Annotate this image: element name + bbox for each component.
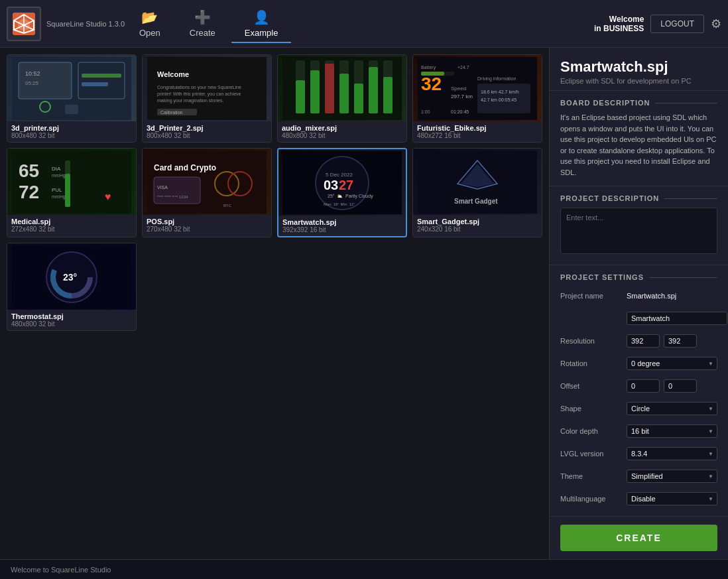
- svg-rect-36: [383, 77, 393, 113]
- project-description-title: PROJECT DESCRIPTION: [560, 194, 717, 202]
- project-name: Medical.spj: [11, 218, 132, 225]
- project-size: 240x320 16 bit: [417, 225, 538, 233]
- project-name: Smart_Gadget.spj: [417, 218, 538, 225]
- svg-text:Congratulations on your new Sq: Congratulations on your new SquareLine: [157, 85, 241, 90]
- project-size: 392x392 16 bit: [282, 226, 402, 233]
- project-settings-title: PROJECT SETTINGS: [560, 273, 717, 281]
- svg-text:Driving information: Driving information: [477, 76, 516, 82]
- setting-row-folder: 📁: [560, 309, 717, 328]
- open-button[interactable]: 📂 Open: [126, 5, 174, 42]
- resolution-label: Resolution: [560, 337, 627, 345]
- folder-input-row: 📁: [627, 310, 728, 326]
- offset-x-input[interactable]: [627, 379, 660, 393]
- color-depth-select[interactable]: 8 bit 16 bit 32 bit: [627, 424, 717, 438]
- color-depth-dropdown-wrapper: 8 bit 16 bit 32 bit: [627, 424, 717, 438]
- footer-text: Welcome to SquareLine Studio: [11, 566, 111, 574]
- project-size: 800x480 32 bit: [11, 132, 132, 139]
- project-card[interactable]: Welcome Congratulations on your new Squa…: [142, 54, 272, 143]
- setting-row-offset: Offset: [560, 377, 717, 395]
- project-thumbnail: Welcome Congratulations on your new Squa…: [143, 55, 271, 121]
- project-info: 3d_printer.spj 800x480 32 bit: [7, 121, 136, 142]
- create-icon: ➕: [194, 9, 211, 25]
- resolution-h-input[interactable]: [664, 334, 697, 348]
- shape-select[interactable]: Circle Rectangle: [627, 402, 717, 415]
- svg-text:Battery: Battery: [421, 65, 436, 70]
- lvgl-version-label: LVGL version: [560, 450, 627, 458]
- svg-text:making your imagination storie: making your imagination stories.: [157, 98, 223, 103]
- svg-rect-28: [325, 64, 334, 113]
- project-thumbnail: Battery +24.7 32 Speed 297.7 km Driving …: [413, 55, 542, 121]
- offset-y-input[interactable]: [664, 379, 697, 393]
- offset-label: Offset: [560, 382, 627, 390]
- project-name: audio_mixer.spj: [282, 124, 402, 132]
- project-card[interactable]: 65 DIA mmHg 72 PUL mmHg ♥ Medical.spj 27…: [7, 148, 137, 237]
- right-panel-title: Smartwatch.spj: [560, 58, 717, 76]
- project-card[interactable]: Battery +24.7 32 Speed 297.7 km Driving …: [412, 54, 542, 143]
- svg-text:25°: 25°: [328, 194, 335, 198]
- theme-select[interactable]: Simplified Default None: [627, 470, 717, 483]
- project-card[interactable]: audio_mixer.spj 480x800 32 bit: [277, 54, 407, 143]
- example-label: Example: [245, 28, 278, 38]
- settings-button[interactable]: ⚙: [711, 17, 721, 31]
- example-button[interactable]: 👤 Example: [231, 5, 292, 42]
- rotation-dropdown-wrapper: 0 degree 90 degree 180 degree 270 degree: [627, 357, 717, 370]
- project-thumbnail: 5 Dec 2022 03 27 25° ⛅ Partly Cloudy Max…: [278, 149, 406, 216]
- project-card[interactable]: Card and Crypto VISA **** **** **** 1234…: [142, 148, 272, 237]
- svg-text:27: 27: [339, 178, 353, 192]
- project-name-label: Project name: [560, 292, 627, 300]
- create-button[interactable]: ➕ Create: [176, 5, 229, 42]
- project-info: Futuristic_Ebike.spj 480x272 16 bit: [413, 121, 542, 142]
- svg-text:mmHg: mmHg: [52, 173, 66, 178]
- svg-rect-11: [82, 74, 121, 78]
- project-name-value: Smartwatch.spj: [627, 292, 717, 300]
- app-version: SquareLine Studio 1.3.0: [46, 20, 125, 28]
- project-description-input[interactable]: [560, 208, 717, 254]
- project-size: 480x800 32 bit: [11, 320, 132, 328]
- lvgl-version-select[interactable]: 8.3.4 8.3.3 8.3.2: [627, 447, 717, 460]
- rotation-label: Rotation: [560, 359, 627, 367]
- multilanguage-select[interactable]: Disable Enable: [627, 492, 717, 505]
- svg-text:10:52: 10:52: [25, 70, 40, 77]
- project-size: 270x480 32 bit: [147, 225, 267, 233]
- rotation-select[interactable]: 0 degree 90 degree 180 degree 270 degree: [627, 357, 717, 370]
- folder-input[interactable]: [627, 312, 727, 325]
- svg-rect-32: [354, 84, 363, 113]
- project-card[interactable]: Smart Gadget Smart_Gadget.spj 240x320 16…: [412, 148, 542, 237]
- project-info: Smartwatch.spj 392x392 16 bit: [278, 216, 406, 236]
- project-card-smartwatch[interactable]: 5 Dec 2022 03 27 25° ⛅ Partly Cloudy Max…: [277, 148, 407, 237]
- setting-row-shape: Shape Circle Rectangle: [560, 399, 717, 418]
- setting-row-theme: Theme Simplified Default None: [560, 467, 717, 485]
- footer: Welcome to SquareLine Studio: [0, 559, 728, 579]
- welcome-text: Welcome in BUSINESS: [594, 15, 644, 33]
- svg-text:65: 65: [19, 161, 39, 181]
- project-info: Thermostat.spj 480x800 32 bit: [7, 310, 136, 330]
- svg-rect-59: [65, 174, 70, 207]
- settings-grid: Project name Smartwatch.spj 📁 Resolution: [560, 287, 717, 508]
- right-panel-header: Smartwatch.spj Eclipse with SDL for deve…: [550, 48, 728, 91]
- nav-buttons: 📂 Open ➕ Create 👤 Example: [126, 5, 594, 42]
- setting-row-color-depth: Color depth 8 bit 16 bit 32 bit: [560, 422, 717, 440]
- svg-text:5 Dec 2022: 5 Dec 2022: [326, 172, 353, 178]
- project-thumbnail: Smart Gadget: [413, 149, 542, 215]
- welcome-business: in BUSINESS: [594, 24, 644, 33]
- svg-text:**** **** **** 1234: **** **** **** 1234: [157, 195, 188, 199]
- svg-text:Calibration: Calibration: [160, 110, 183, 115]
- project-name: Smartwatch.spj: [282, 218, 402, 226]
- svg-text:mmHg: mmHg: [52, 194, 66, 200]
- welcome-prefix: Welcome: [594, 15, 644, 24]
- theme-label: Theme: [560, 472, 627, 480]
- create-project-button[interactable]: CREATE: [560, 525, 717, 551]
- project-info: Smart_Gadget.spj 240x320 16 bit: [413, 215, 542, 235]
- shape-label: Shape: [560, 405, 627, 413]
- svg-text:Speed: Speed: [451, 86, 466, 92]
- logout-button[interactable]: LOGOUT: [650, 15, 704, 33]
- project-size: 800x480 32 bit: [147, 132, 267, 139]
- project-name: POS.spj: [147, 218, 267, 225]
- project-card[interactable]: 23° Thermostat.spj 480x800 32 bit: [7, 243, 137, 331]
- svg-text:23°: 23°: [63, 272, 77, 283]
- right-panel-subtitle: Eclipse with SDL for development on PC: [560, 77, 717, 85]
- board-description-text: It's an Eclipse based project using SDL …: [560, 112, 717, 178]
- project-info: audio_mixer.spj 480x800 32 bit: [278, 121, 406, 142]
- project-card[interactable]: 10:52 05:25 3d_printer.spj 800x480 32 bi…: [7, 54, 137, 143]
- resolution-w-input[interactable]: [627, 334, 660, 348]
